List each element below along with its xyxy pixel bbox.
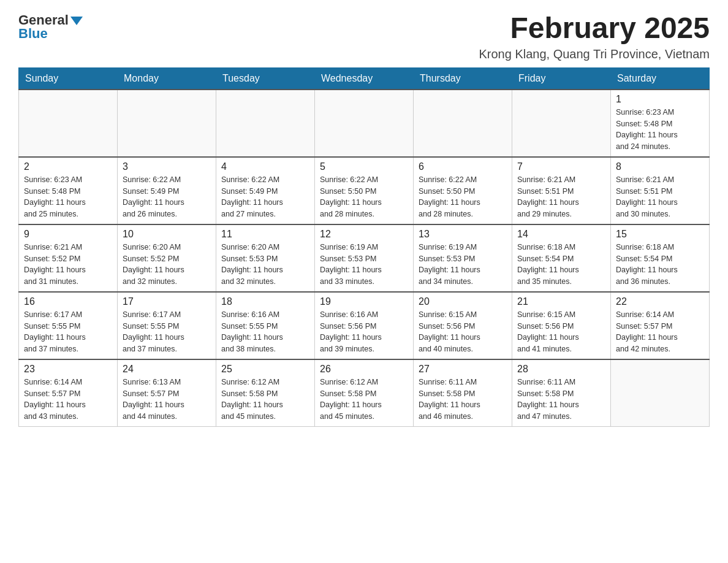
day-number: 9 <box>24 229 112 240</box>
day-of-week-header: Monday <box>118 67 216 90</box>
day-info: Sunrise: 6:19 AM Sunset: 5:53 PM Dayligh… <box>320 242 408 288</box>
day-of-week-header: Wednesday <box>315 67 414 90</box>
calendar-day-cell: 5Sunrise: 6:22 AM Sunset: 5:50 PM Daylig… <box>315 157 414 224</box>
day-info: Sunrise: 6:11 AM Sunset: 5:58 PM Dayligh… <box>517 377 605 423</box>
day-info: Sunrise: 6:22 AM Sunset: 5:50 PM Dayligh… <box>320 174 408 220</box>
calendar-day-cell: 2Sunrise: 6:23 AM Sunset: 5:48 PM Daylig… <box>19 157 118 224</box>
day-number: 12 <box>320 229 408 240</box>
calendar-day-cell: 19Sunrise: 6:16 AM Sunset: 5:56 PM Dayli… <box>315 292 414 359</box>
calendar-day-cell: 9Sunrise: 6:21 AM Sunset: 5:52 PM Daylig… <box>19 224 118 292</box>
day-info: Sunrise: 6:17 AM Sunset: 5:55 PM Dayligh… <box>24 309 112 355</box>
calendar-day-cell: 20Sunrise: 6:15 AM Sunset: 5:56 PM Dayli… <box>414 292 512 359</box>
day-info: Sunrise: 6:22 AM Sunset: 5:50 PM Dayligh… <box>419 174 507 220</box>
calendar-week-row: 16Sunrise: 6:17 AM Sunset: 5:55 PM Dayli… <box>19 292 710 359</box>
day-number: 22 <box>616 296 704 307</box>
day-info: Sunrise: 6:16 AM Sunset: 5:55 PM Dayligh… <box>221 309 309 355</box>
day-number: 14 <box>517 229 605 240</box>
day-of-week-header: Saturday <box>611 67 710 90</box>
calendar-week-row: 23Sunrise: 6:14 AM Sunset: 5:57 PM Dayli… <box>19 359 710 427</box>
calendar-day-cell: 3Sunrise: 6:22 AM Sunset: 5:49 PM Daylig… <box>118 157 216 224</box>
calendar-day-cell: 26Sunrise: 6:12 AM Sunset: 5:58 PM Dayli… <box>315 359 414 427</box>
day-number: 17 <box>123 296 211 307</box>
day-number: 3 <box>123 161 211 172</box>
day-number: 27 <box>419 364 507 375</box>
day-of-week-header: Friday <box>512 67 611 90</box>
calendar-day-cell: 14Sunrise: 6:18 AM Sunset: 5:54 PM Dayli… <box>512 224 611 292</box>
location-title: Krong Klang, Quang Tri Province, Vietnam <box>479 47 710 61</box>
calendar-day-cell: 23Sunrise: 6:14 AM Sunset: 5:57 PM Dayli… <box>19 359 118 427</box>
title-block: February 2025 Krong Klang, Quang Tri Pro… <box>479 12 710 61</box>
day-info: Sunrise: 6:17 AM Sunset: 5:55 PM Dayligh… <box>123 309 211 355</box>
day-info: Sunrise: 6:12 AM Sunset: 5:58 PM Dayligh… <box>221 377 309 423</box>
day-info: Sunrise: 6:11 AM Sunset: 5:58 PM Dayligh… <box>419 377 507 423</box>
calendar-day-cell <box>611 359 710 427</box>
calendar-day-cell: 15Sunrise: 6:18 AM Sunset: 5:54 PM Dayli… <box>611 224 710 292</box>
calendar-day-cell <box>315 90 414 157</box>
day-info: Sunrise: 6:15 AM Sunset: 5:56 PM Dayligh… <box>517 309 605 355</box>
calendar-day-cell <box>512 90 611 157</box>
calendar-day-cell <box>414 90 512 157</box>
day-number: 26 <box>320 364 408 375</box>
day-number: 16 <box>24 296 112 307</box>
calendar-day-cell: 25Sunrise: 6:12 AM Sunset: 5:58 PM Dayli… <box>216 359 315 427</box>
day-number: 20 <box>419 296 507 307</box>
day-number: 25 <box>221 364 309 375</box>
day-info: Sunrise: 6:23 AM Sunset: 5:48 PM Dayligh… <box>616 107 704 153</box>
calendar-day-cell <box>216 90 315 157</box>
page-header: General Blue February 2025 Krong Klang, … <box>18 12 710 61</box>
day-number: 24 <box>123 364 211 375</box>
day-info: Sunrise: 6:12 AM Sunset: 5:58 PM Dayligh… <box>320 377 408 423</box>
day-info: Sunrise: 6:19 AM Sunset: 5:53 PM Dayligh… <box>419 242 507 288</box>
day-info: Sunrise: 6:18 AM Sunset: 5:54 PM Dayligh… <box>616 242 704 288</box>
calendar-header-row: SundayMondayTuesdayWednesdayThursdayFrid… <box>19 67 710 90</box>
calendar-day-cell: 16Sunrise: 6:17 AM Sunset: 5:55 PM Dayli… <box>19 292 118 359</box>
day-info: Sunrise: 6:22 AM Sunset: 5:49 PM Dayligh… <box>221 174 309 220</box>
calendar-day-cell <box>118 90 216 157</box>
calendar-week-row: 2Sunrise: 6:23 AM Sunset: 5:48 PM Daylig… <box>19 157 710 224</box>
day-number: 13 <box>419 229 507 240</box>
calendar-week-row: 9Sunrise: 6:21 AM Sunset: 5:52 PM Daylig… <box>19 224 710 292</box>
day-number: 11 <box>221 229 309 240</box>
day-info: Sunrise: 6:21 AM Sunset: 5:52 PM Dayligh… <box>24 242 112 288</box>
day-info: Sunrise: 6:21 AM Sunset: 5:51 PM Dayligh… <box>616 174 704 220</box>
logo: General Blue <box>18 12 83 42</box>
day-info: Sunrise: 6:18 AM Sunset: 5:54 PM Dayligh… <box>517 242 605 288</box>
day-number: 10 <box>123 229 211 240</box>
day-of-week-header: Sunday <box>19 67 118 90</box>
calendar-day-cell: 11Sunrise: 6:20 AM Sunset: 5:53 PM Dayli… <box>216 224 315 292</box>
day-info: Sunrise: 6:15 AM Sunset: 5:56 PM Dayligh… <box>419 309 507 355</box>
day-of-week-header: Thursday <box>414 67 512 90</box>
day-info: Sunrise: 6:14 AM Sunset: 5:57 PM Dayligh… <box>616 309 704 355</box>
day-number: 23 <box>24 364 112 375</box>
calendar-day-cell: 1Sunrise: 6:23 AM Sunset: 5:48 PM Daylig… <box>611 90 710 157</box>
calendar-day-cell: 28Sunrise: 6:11 AM Sunset: 5:58 PM Dayli… <box>512 359 611 427</box>
day-number: 18 <box>221 296 309 307</box>
day-info: Sunrise: 6:21 AM Sunset: 5:51 PM Dayligh… <box>517 174 605 220</box>
day-number: 4 <box>221 161 309 172</box>
calendar-day-cell: 12Sunrise: 6:19 AM Sunset: 5:53 PM Dayli… <box>315 224 414 292</box>
calendar-day-cell: 6Sunrise: 6:22 AM Sunset: 5:50 PM Daylig… <box>414 157 512 224</box>
calendar-table: SundayMondayTuesdayWednesdayThursdayFrid… <box>18 67 710 427</box>
day-number: 5 <box>320 161 408 172</box>
day-number: 19 <box>320 296 408 307</box>
calendar-day-cell: 17Sunrise: 6:17 AM Sunset: 5:55 PM Dayli… <box>118 292 216 359</box>
day-info: Sunrise: 6:16 AM Sunset: 5:56 PM Dayligh… <box>320 309 408 355</box>
month-title: February 2025 <box>479 12 710 45</box>
logo-arrow-icon <box>70 17 83 25</box>
day-number: 8 <box>616 161 704 172</box>
logo-blue-text: Blue <box>18 26 48 42</box>
day-info: Sunrise: 6:14 AM Sunset: 5:57 PM Dayligh… <box>24 377 112 423</box>
day-number: 15 <box>616 229 704 240</box>
calendar-week-row: 1Sunrise: 6:23 AM Sunset: 5:48 PM Daylig… <box>19 90 710 157</box>
day-info: Sunrise: 6:22 AM Sunset: 5:49 PM Dayligh… <box>123 174 211 220</box>
calendar-day-cell: 7Sunrise: 6:21 AM Sunset: 5:51 PM Daylig… <box>512 157 611 224</box>
day-number: 21 <box>517 296 605 307</box>
calendar-day-cell: 22Sunrise: 6:14 AM Sunset: 5:57 PM Dayli… <box>611 292 710 359</box>
calendar-day-cell: 21Sunrise: 6:15 AM Sunset: 5:56 PM Dayli… <box>512 292 611 359</box>
calendar-day-cell: 8Sunrise: 6:21 AM Sunset: 5:51 PM Daylig… <box>611 157 710 224</box>
day-number: 28 <box>517 364 605 375</box>
calendar-day-cell: 10Sunrise: 6:20 AM Sunset: 5:52 PM Dayli… <box>118 224 216 292</box>
day-number: 2 <box>24 161 112 172</box>
calendar-day-cell: 4Sunrise: 6:22 AM Sunset: 5:49 PM Daylig… <box>216 157 315 224</box>
day-number: 7 <box>517 161 605 172</box>
